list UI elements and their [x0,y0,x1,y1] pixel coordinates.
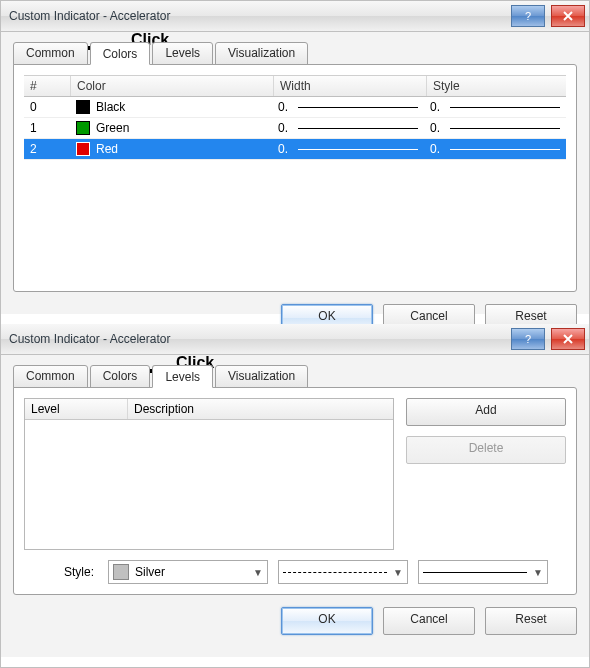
tab-visualization[interactable]: Visualization [215,365,308,388]
help-button[interactable]: ? [511,5,545,27]
th-width: Width [274,76,427,96]
width-line-icon [298,149,418,150]
cancel-button[interactable]: Cancel [383,607,475,635]
style-value: 0. [430,142,444,156]
colors-table[interactable]: # Color Width Style 0 Black 0. [24,75,566,160]
dialog-custom-indicator-colors: Custom Indicator - Accelerator ? Common … [1,1,589,324]
tab-common[interactable]: Common [13,42,88,65]
close-button[interactable] [551,5,585,27]
tab-colors[interactable]: Colors [90,42,151,65]
th-index: # [24,76,71,96]
title-text: Custom Indicator - Accelerator [9,9,170,23]
cell-index: 1 [24,121,70,135]
cell-style[interactable]: 0. [424,100,566,114]
style-color-name: Silver [135,565,247,579]
th-description: Description [128,399,393,419]
cell-style[interactable]: 0. [424,142,566,156]
table-row[interactable]: 1 Green 0. 0. [24,118,566,139]
width-value: 0. [278,121,292,135]
svg-text:?: ? [525,10,531,22]
color-swatch-icon [76,121,90,135]
client-area: Common Colors Levels Visualization Level… [1,355,589,657]
chevron-down-icon: ▼ [253,567,263,578]
panel-levels: Level Description Add Delete Style: Silv… [13,387,577,595]
style-line-icon [450,128,560,129]
add-button[interactable]: Add [406,398,566,426]
cell-width[interactable]: 0. [272,121,424,135]
style-line-icon [450,149,560,150]
tabstrip: Common Colors Levels Visualization [13,365,577,388]
tab-visualization[interactable]: Visualization [215,42,308,65]
chevron-down-icon: ▼ [533,567,543,578]
tab-levels[interactable]: Levels [152,42,213,65]
cell-color[interactable]: Black [70,100,272,114]
cell-color[interactable]: Green [70,121,272,135]
button-row: OK Cancel Reset [13,607,577,635]
cell-index: 0 [24,100,70,114]
levels-header: Level Description [25,399,393,420]
th-level: Level [25,399,128,419]
style-row: Style: Silver ▼ ▼ ▼ [24,560,566,584]
table-header: # Color Width Style [24,75,566,97]
style-dash-combo[interactable]: ▼ [278,560,408,584]
chevron-down-icon: ▼ [393,567,403,578]
delete-button: Delete [406,436,566,464]
color-name: Black [96,100,125,114]
reset-button[interactable]: Reset [485,607,577,635]
width-line-icon [298,128,418,129]
tab-common[interactable]: Common [13,365,88,388]
svg-text:?: ? [525,333,531,345]
table-row[interactable]: 2 Red 0. 0. [24,139,566,160]
style-label: Style: [24,565,98,579]
title-text: Custom Indicator - Accelerator [9,332,170,346]
table-row[interactable]: 0 Black 0. 0. [24,97,566,118]
panel-colors: # Color Width Style 0 Black 0. [13,64,577,292]
color-name: Green [96,121,129,135]
cell-index: 2 [24,142,70,156]
color-name: Red [96,142,118,156]
th-style: Style [427,76,566,96]
color-swatch-icon [76,100,90,114]
help-button[interactable]: ? [511,328,545,350]
dialog-custom-indicator-levels: Custom Indicator - Accelerator ? Common … [1,324,589,667]
dash-line-icon [283,572,387,573]
tab-colors[interactable]: Colors [90,365,151,388]
style-value: 0. [430,121,444,135]
tab-levels[interactable]: Levels [152,365,213,388]
levels-list[interactable]: Level Description [24,398,394,550]
cell-width[interactable]: 0. [272,142,424,156]
titlebar[interactable]: Custom Indicator - Accelerator ? [1,1,589,32]
th-color: Color [71,76,274,96]
titlebar[interactable]: Custom Indicator - Accelerator ? [1,324,589,355]
ok-button[interactable]: OK [281,607,373,635]
cell-color[interactable]: Red [70,142,272,156]
close-button[interactable] [551,328,585,350]
tabstrip: Common Colors Levels Visualization [13,42,577,65]
style-color-combo[interactable]: Silver ▼ [108,560,268,584]
style-line-icon [450,107,560,108]
client-area: Common Colors Levels Visualization # Col… [1,32,589,314]
width-line-icon [298,107,418,108]
cell-style[interactable]: 0. [424,121,566,135]
solid-line-icon [423,572,527,573]
levels-side: Add Delete [406,398,566,550]
style-value: 0. [430,100,444,114]
cell-width[interactable]: 0. [272,100,424,114]
style-color-swatch-icon [113,564,129,580]
style-width-combo[interactable]: ▼ [418,560,548,584]
width-value: 0. [278,100,292,114]
width-value: 0. [278,142,292,156]
color-swatch-icon [76,142,90,156]
